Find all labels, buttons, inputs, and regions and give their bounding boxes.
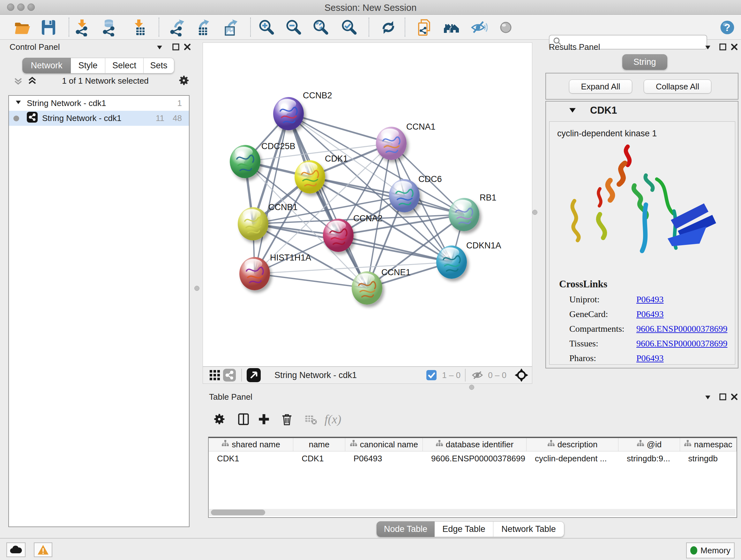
show-hide-panels-icon[interactable] — [469, 18, 488, 37]
node-CDC25B[interactable] — [230, 145, 260, 178]
grid-view-icon[interactable] — [207, 368, 222, 382]
scrollbar-thumb[interactable] — [211, 509, 265, 515]
node-table[interactable]: shared namenamecanonical namedatabase id… — [208, 437, 737, 518]
help-icon[interactable]: ? — [718, 18, 737, 37]
expand-all-button[interactable]: Expand All — [569, 79, 632, 94]
expand-all-tree-icon[interactable] — [27, 75, 38, 87]
collapse-section-icon[interactable] — [568, 105, 577, 116]
zoom-selected-icon[interactable] — [340, 18, 359, 37]
table-cell[interactable]: cyclin-dependent ... — [527, 451, 618, 465]
table-panel-float-icon[interactable] — [719, 393, 727, 402]
node-RB1[interactable] — [449, 198, 479, 231]
fit-selected-crosshair-icon[interactable] — [514, 368, 529, 382]
crosslink-link[interactable]: P06493 — [636, 309, 664, 319]
node-CDC6[interactable] — [389, 179, 420, 212]
column-header-@id[interactable]: @id — [618, 438, 680, 451]
column-header-database-identifier[interactable]: database identifier — [423, 438, 527, 451]
network-canvas[interactable]: CCNB2 CCNA1 CDC25B CDK1 — [203, 43, 532, 367]
string-style-icon[interactable] — [222, 368, 237, 382]
tab-network[interactable]: Network — [22, 58, 71, 73]
left-splitter-handle[interactable] — [194, 286, 199, 291]
column-header-namespac[interactable]: namespac — [680, 438, 737, 451]
copy-network-icon[interactable] — [415, 18, 434, 37]
table-cell[interactable]: 9606.ENSP00000378699 — [423, 451, 527, 465]
network-collection-row[interactable]: String Network - cdk1 1 — [9, 96, 189, 111]
column-header-description[interactable]: description — [527, 438, 618, 451]
column-header-shared-name[interactable]: shared name — [209, 438, 293, 451]
show-columns-icon[interactable] — [233, 410, 254, 429]
column-header-canonical-name[interactable]: canonical name — [345, 438, 423, 451]
import-network-icon[interactable] — [73, 18, 92, 37]
results-panel-close-icon[interactable] — [730, 43, 738, 52]
birds-eye-toggle-icon[interactable] — [246, 368, 261, 382]
tab-network-table[interactable]: Network Table — [493, 521, 564, 537]
edge-CCNE1-HIST1H1A[interactable] — [255, 273, 367, 288]
export-network-icon[interactable] — [168, 18, 186, 37]
export-image-icon[interactable] — [221, 18, 240, 37]
table-cell[interactable]: CDK1 — [293, 451, 345, 465]
delete-column-trash-icon[interactable] — [277, 410, 297, 429]
home-icon[interactable] — [442, 18, 461, 37]
gene-section-header[interactable]: CDK1 — [546, 102, 738, 119]
table-horizontal-scrollbar[interactable] — [209, 509, 736, 516]
control-panel-float-icon[interactable] — [172, 43, 180, 52]
table-row[interactable]: CDK1CDK1P064939606.ENSP00000378699cyclin… — [209, 451, 737, 465]
zoom-fit-icon[interactable] — [312, 18, 330, 37]
network-row-selected[interactable]: String Network - cdk1 11 48 — [9, 111, 189, 126]
crosslink-link[interactable]: P06493 — [636, 353, 664, 363]
node-CDK1[interactable] — [294, 160, 325, 193]
table-settings-gear-icon[interactable] — [209, 410, 229, 429]
selected-checkbox-icon[interactable] — [424, 368, 439, 382]
birds-eye-icon[interactable] — [496, 18, 515, 37]
node-CCNA2[interactable] — [323, 219, 354, 252]
function-builder-icon[interactable]: f(x) — [323, 410, 343, 429]
collapse-all-button[interactable]: Collapse All — [644, 79, 711, 94]
zoom-out-icon[interactable] — [285, 18, 303, 37]
tab-edge-table[interactable]: Edge Table — [434, 521, 493, 537]
table-cell[interactable]: P06493 — [345, 451, 423, 465]
hidden-eye-icon[interactable] — [470, 368, 485, 382]
node-CCNB1[interactable] — [238, 207, 268, 240]
open-session-icon[interactable] — [13, 18, 31, 37]
crosslink-link[interactable]: P06493 — [636, 294, 664, 305]
control-panel-close-icon[interactable] — [183, 43, 192, 52]
column-header-name[interactable]: name — [293, 438, 345, 451]
tab-node-table[interactable]: Node Table — [377, 521, 434, 537]
tab-sets[interactable]: Sets — [144, 58, 174, 73]
import-database-icon[interactable] — [100, 18, 119, 37]
export-table-icon[interactable] — [193, 18, 211, 37]
delete-table-icon[interactable] — [300, 410, 321, 429]
refresh-icon[interactable] — [379, 18, 398, 37]
node-HIST1H1A[interactable] — [239, 257, 270, 290]
right-splitter-handle[interactable] — [532, 210, 537, 215]
tree-expand-icon[interactable] — [15, 98, 22, 108]
table-cell[interactable]: stringdb:9... — [618, 451, 680, 465]
node-CCNA1[interactable] — [376, 127, 407, 160]
results-panel-float-icon[interactable] — [719, 43, 727, 52]
memory-button[interactable]: Memory — [686, 543, 735, 558]
add-column-icon[interactable] — [254, 410, 274, 429]
table-panel-close-icon[interactable] — [730, 393, 738, 402]
table-panel-menu-icon[interactable] — [703, 393, 712, 402]
results-panel-menu-icon[interactable] — [703, 43, 712, 52]
table-cell[interactable]: CDK1 — [209, 451, 293, 465]
node-CCNE1[interactable] — [352, 271, 382, 305]
results-tab-string[interactable]: String — [622, 54, 667, 70]
crosslink-link[interactable]: 9606.ENSP00000378699 — [636, 338, 727, 349]
collapse-all-tree-icon[interactable] — [13, 75, 23, 87]
node-CCNB2[interactable] — [273, 97, 304, 130]
table-cell[interactable]: stringdb — [680, 451, 737, 465]
node-CDKN1A[interactable] — [436, 246, 467, 279]
control-panel-menu-icon[interactable] — [155, 43, 164, 52]
zoom-in-icon[interactable] — [258, 18, 276, 37]
cloud-status-icon[interactable] — [6, 543, 25, 557]
tab-style[interactable]: Style — [71, 58, 105, 73]
tab-select[interactable]: Select — [105, 58, 144, 73]
crosslink-link[interactable]: 9606.ENSP00000378699 — [636, 324, 727, 334]
save-session-icon[interactable] — [39, 18, 58, 37]
horizontal-splitter-handle[interactable] — [469, 385, 474, 390]
warning-status-icon[interactable] — [34, 543, 52, 557]
import-table-icon[interactable] — [130, 18, 149, 37]
network-options-gear-icon[interactable] — [178, 74, 190, 88]
edge-CCNB2-HIST1H1A[interactable] — [255, 114, 288, 273]
